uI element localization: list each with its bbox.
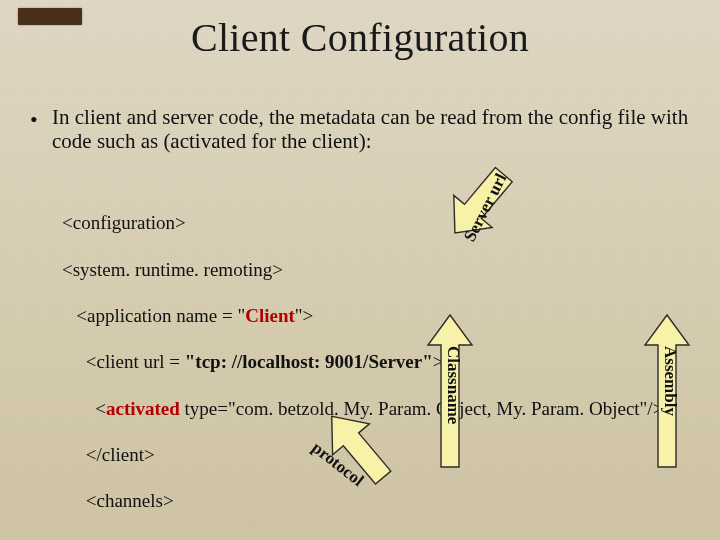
code-line: <configuration>: [62, 211, 663, 234]
code-line: <client url = "tcp: //localhost: 9001/Se…: [62, 350, 663, 373]
slide-title: Client Configuration: [0, 14, 720, 61]
bullet-dot-icon: •: [30, 107, 38, 132]
code-line: <channel ref = "tcp client"/>: [62, 536, 663, 540]
config-code: <configuration> <system. runtime. remoti…: [62, 188, 663, 540]
bullet-content: In client and server code, the metadata …: [52, 105, 688, 153]
code-line: <activated type="com. betzold. My. Param…: [62, 397, 663, 420]
code-line: </client>: [62, 443, 663, 466]
code-line: <channels>: [62, 489, 663, 512]
bullet-text: • In client and server code, the metadat…: [52, 105, 694, 153]
code-line: <application name = "Client">: [62, 304, 663, 327]
slide: Client Configuration • In client and ser…: [0, 0, 720, 540]
code-line: <system. runtime. remoting>: [62, 258, 663, 281]
